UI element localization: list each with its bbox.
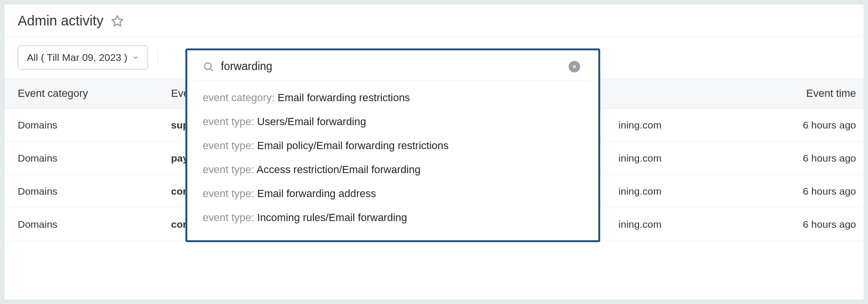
cell-time: 6 hours ago (675, 109, 864, 142)
suggestion-prefix: event category: (203, 92, 274, 104)
cell-category: Domains (4, 208, 158, 241)
suggestion-prefix: event type: (203, 140, 254, 152)
suggestion-text: Email forwarding address (257, 187, 376, 199)
suggestion-text: Incoming rules/Email forwarding (257, 211, 407, 223)
page-title: Admin activity (18, 13, 103, 29)
suggestion-prefix: event type: (203, 187, 254, 199)
cell-category: Domains (4, 175, 158, 208)
admin-activity-panel: Admin activity All ( Till Mar 09, 2023 )… (4, 4, 864, 300)
suggestion-prefix: event type: (203, 164, 254, 175)
search-input[interactable] (221, 60, 569, 73)
suggestion-text: Access restriction/Email forwarding (257, 164, 421, 175)
search-suggestion[interactable]: event type: Email policy/Email forwardin… (187, 134, 598, 158)
suggestion-prefix: event type: (203, 211, 254, 223)
search-suggestion[interactable]: event type: Access restriction/Email for… (187, 158, 598, 182)
clear-search-icon[interactable] (569, 61, 580, 72)
th-event-time[interactable]: Event time (675, 79, 864, 109)
search-dropdown: event category: Email forwarding restric… (185, 48, 600, 242)
page-header: Admin activity (4, 4, 864, 37)
cell-time: 6 hours ago (675, 175, 864, 208)
cell-category: Domains (4, 142, 158, 175)
search-suggestion[interactable]: event type: Email forwarding address (187, 182, 598, 206)
svg-point-1 (205, 63, 211, 70)
search-icon (203, 61, 214, 72)
svg-line-2 (211, 69, 213, 70)
cell-time: 6 hours ago (675, 142, 864, 175)
suggestion-prefix: event type: (203, 116, 254, 128)
cell-category: Domains (4, 109, 158, 142)
th-event-category[interactable]: Event category (4, 79, 158, 109)
search-suggestions: event category: Email forwarding restric… (187, 81, 598, 230)
cell-time: 6 hours ago (675, 208, 864, 241)
search-suggestion[interactable]: event type: Incoming rules/Email forward… (187, 206, 598, 230)
search-suggestion[interactable]: event type: Users/Email forwarding (187, 110, 598, 134)
suggestion-text: Email policy/Email forwarding restrictio… (257, 140, 449, 152)
suggestion-text: Email forwarding restrictions (278, 92, 410, 104)
date-filter-label: All ( Till Mar 09, 2023 ) (27, 52, 127, 63)
search-row (194, 57, 592, 81)
suggestion-text: Users/Email forwarding (257, 116, 366, 128)
svg-marker-0 (112, 16, 123, 26)
star-icon[interactable] (111, 15, 124, 27)
chevron-down-icon (132, 54, 139, 61)
toolbar-divider (158, 50, 158, 65)
date-filter-button[interactable]: All ( Till Mar 09, 2023 ) (18, 46, 148, 70)
search-suggestion[interactable]: event category: Email forwarding restric… (187, 86, 598, 110)
